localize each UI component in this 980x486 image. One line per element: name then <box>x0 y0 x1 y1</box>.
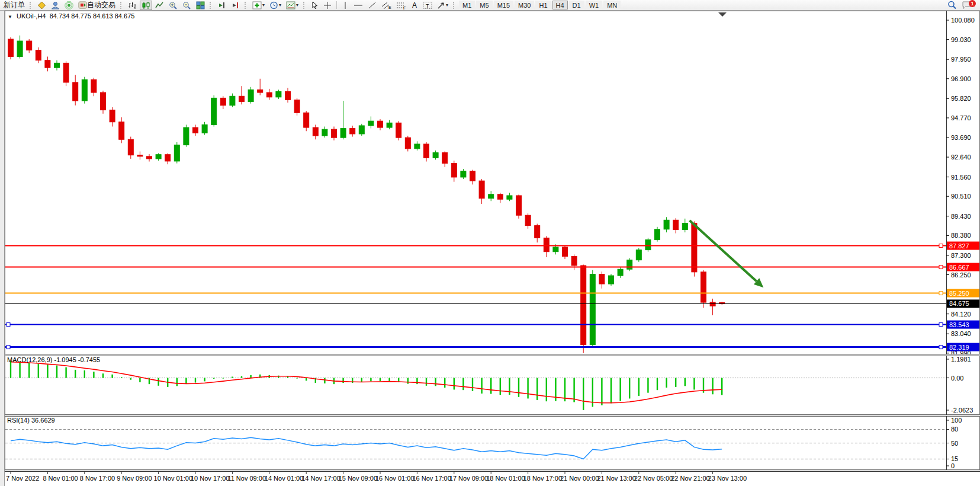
candle <box>294 98 300 116</box>
candle <box>350 126 355 137</box>
chart-shift-marker[interactable] <box>718 12 727 17</box>
price-tick-label: 84.120 <box>951 311 971 318</box>
indicators-button[interactable]: ▾ <box>250 1 266 10</box>
time-tick-label: 21 Nov 13:00 <box>597 475 635 482</box>
time-axis: 7 Nov 20228 Nov 01:008 Nov 17:009 Nov 09… <box>5 471 980 486</box>
macd-bar <box>481 378 482 394</box>
zoom-in-button[interactable] <box>167 1 179 10</box>
candle <box>516 194 522 218</box>
new-order-button[interactable]: 新订单 <box>2 1 27 10</box>
candle <box>433 151 438 160</box>
text-label-icon: T <box>423 1 432 9</box>
macd-bar <box>38 363 39 378</box>
macd-bar <box>195 378 196 383</box>
timeframe-w1-button[interactable]: W1 <box>586 1 603 9</box>
candle <box>682 219 687 232</box>
line-handle[interactable] <box>7 323 10 327</box>
templates-button[interactable]: ▾ <box>284 1 300 10</box>
text-label-tool-button[interactable]: T <box>421 1 434 10</box>
profile-icon <box>51 1 60 9</box>
macd-bar <box>204 378 205 382</box>
line-chart-button[interactable] <box>153 1 166 10</box>
rsi-tick-label: 50 <box>951 440 958 447</box>
auto-trading-button[interactable]: 自动交易 <box>76 1 117 10</box>
price-tick-label: 96.900 <box>951 75 971 82</box>
macd-bar <box>185 378 187 384</box>
signals-button[interactable] <box>63 1 75 10</box>
macd-bar <box>370 378 371 382</box>
time-tick-label: 10 Nov 01:00 <box>154 475 192 482</box>
timeframe-h1-button[interactable]: H1 <box>535 1 551 9</box>
auto-scroll-button[interactable] <box>216 1 228 10</box>
candle <box>45 57 50 72</box>
line-handle[interactable] <box>939 346 943 349</box>
fibonacci-tool-button[interactable]: F <box>394 1 408 10</box>
panel-border <box>5 356 980 415</box>
macd-bar <box>121 377 122 378</box>
macd-bar <box>712 378 713 395</box>
macd-bar <box>462 378 464 391</box>
candle <box>470 170 475 185</box>
toolbar-grip <box>453 2 456 9</box>
svg-text:E: E <box>388 5 391 9</box>
horizontal-line[interactable]: 83.543 <box>5 321 979 329</box>
cursor-tool-button[interactable] <box>309 1 320 10</box>
time-tick-label: 23 Nov 13:00 <box>708 475 747 482</box>
tile-windows-button[interactable] <box>194 1 207 10</box>
timeframe-m1-button[interactable]: M1 <box>459 1 475 9</box>
candle <box>91 78 97 96</box>
horizontal-line[interactable]: 86.667 <box>5 263 979 271</box>
text-tool-button[interactable]: A <box>409 1 420 10</box>
crosshair-tool-button[interactable] <box>322 1 333 10</box>
chart-shift-button[interactable] <box>229 1 242 10</box>
auto-scroll-icon <box>217 1 226 9</box>
zoom-out-icon <box>182 1 191 9</box>
trendline-icon <box>368 1 377 9</box>
horizontal-line-tool-button[interactable] <box>352 1 365 10</box>
candle <box>332 127 337 140</box>
macd-bar <box>342 378 343 383</box>
zoom-out-button[interactable] <box>181 1 193 10</box>
vertical-line-tool-button[interactable] <box>340 1 351 10</box>
styles-bucket-button[interactable] <box>36 1 48 10</box>
horizontal-line[interactable]: 87.827 <box>5 242 979 250</box>
candle <box>673 218 679 233</box>
candle <box>609 274 614 286</box>
collapse-ohlc-icon[interactable]: ▼ <box>8 14 12 20</box>
tile-windows-icon <box>196 1 205 9</box>
line-handle[interactable] <box>939 244 943 248</box>
timeframe-m5-button[interactable]: M5 <box>476 1 492 9</box>
line-handle[interactable] <box>939 323 943 327</box>
timeframe-d1-button[interactable]: D1 <box>569 1 584 9</box>
notifications-button[interactable]: 1 <box>960 1 973 10</box>
candlestick-chart-button[interactable] <box>140 1 152 10</box>
zoom-in-icon <box>169 1 178 9</box>
line-handle[interactable] <box>939 292 943 295</box>
periods-button[interactable]: ▾ <box>268 1 283 10</box>
horizontal-line[interactable]: 85.250 <box>5 289 979 298</box>
time-tick-label: 22 Nov 05:00 <box>634 475 673 482</box>
timeframe-m30-button[interactable]: M30 <box>515 1 534 9</box>
channel-tool-button[interactable]: E <box>380 1 393 10</box>
fibonacci-icon: F <box>396 1 406 9</box>
search-button[interactable] <box>946 1 959 10</box>
main-toolbar: 新订单 自动交易 ▾ ▾ <box>0 0 980 11</box>
candle <box>110 107 115 127</box>
macd-bar <box>472 378 473 391</box>
candle <box>525 213 531 229</box>
price-tick-label: 92.640 <box>951 154 971 161</box>
candle <box>701 270 706 308</box>
bar-chart-button[interactable] <box>126 1 139 10</box>
bid-price-line[interactable]: 84.675 <box>5 299 979 308</box>
profile-button[interactable] <box>49 1 62 10</box>
line-handle[interactable] <box>939 266 943 269</box>
timeframe-h4-button[interactable]: H4 <box>552 1 568 9</box>
timeframe-mn-button[interactable]: MN <box>603 1 621 9</box>
arrows-tool-button[interactable]: ▾ <box>435 1 450 10</box>
price-tick-label: 94.770 <box>951 114 971 122</box>
line-handle[interactable] <box>7 346 10 349</box>
horizontal-line[interactable]: 82.319 <box>5 343 979 351</box>
trendline-tool-button[interactable] <box>366 1 378 10</box>
timeframe-m15-button[interactable]: M15 <box>494 1 513 9</box>
candle <box>627 258 632 271</box>
